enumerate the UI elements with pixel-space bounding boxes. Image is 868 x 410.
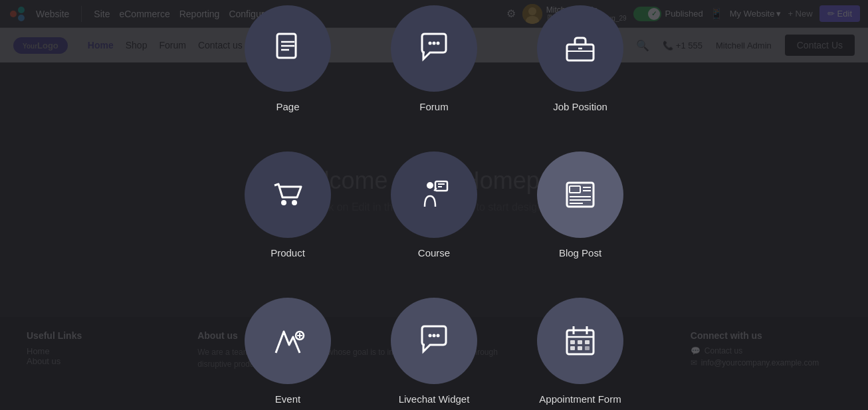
svg-point-33 — [429, 334, 432, 338]
svg-point-18 — [427, 182, 433, 189]
item-page[interactable]: Page — [221, 0, 354, 126]
item-appointment-form[interactable]: Appointment Form — [514, 285, 647, 411]
svg-point-35 — [437, 334, 440, 338]
svg-point-12 — [437, 42, 440, 45]
livechat-circle — [391, 298, 477, 384]
item-course[interactable]: Course — [368, 139, 500, 272]
product-label: Product — [271, 247, 305, 258]
forum-label: Forum — [419, 101, 448, 112]
event-label: Event — [275, 393, 300, 405]
svg-rect-40 — [570, 340, 575, 344]
svg-rect-41 — [578, 340, 582, 344]
job-position-label: Job Position — [553, 101, 607, 112]
svg-point-17 — [292, 200, 297, 205]
svg-rect-13 — [567, 45, 594, 60]
forum-circle — [391, 5, 477, 92]
svg-point-11 — [433, 42, 436, 45]
appointment-form-label: Appointment Form — [539, 393, 621, 405]
job-circle — [537, 5, 623, 92]
item-forum[interactable]: Forum — [368, 0, 500, 126]
svg-rect-42 — [585, 340, 590, 344]
item-product[interactable]: Product — [221, 139, 354, 272]
item-livechat[interactable]: Livechat Widget — [368, 285, 500, 411]
livechat-label: Livechat Widget — [399, 393, 470, 405]
svg-rect-43 — [570, 346, 575, 350]
page-label: Page — [276, 101, 299, 112]
page-circle — [245, 5, 331, 92]
new-content-grid: Page Forum Job — [208, 0, 660, 410]
svg-rect-24 — [570, 186, 580, 193]
blog-circle — [537, 152, 623, 238]
svg-point-10 — [429, 42, 432, 45]
svg-rect-44 — [578, 346, 582, 350]
item-job-position[interactable]: Job Position — [514, 0, 647, 126]
new-content-overlay: Page Forum Job — [0, 0, 868, 410]
item-event[interactable]: Event — [221, 285, 354, 411]
item-blog-post[interactable]: Blog Post — [514, 139, 647, 272]
event-circle — [245, 298, 331, 384]
appointment-circle — [537, 298, 623, 384]
product-circle — [245, 152, 331, 238]
blog-post-label: Blog Post — [559, 247, 601, 258]
course-label: Course — [418, 247, 450, 258]
svg-rect-45 — [585, 346, 590, 350]
svg-point-16 — [281, 200, 286, 205]
svg-point-34 — [433, 334, 436, 338]
course-circle — [391, 152, 477, 238]
